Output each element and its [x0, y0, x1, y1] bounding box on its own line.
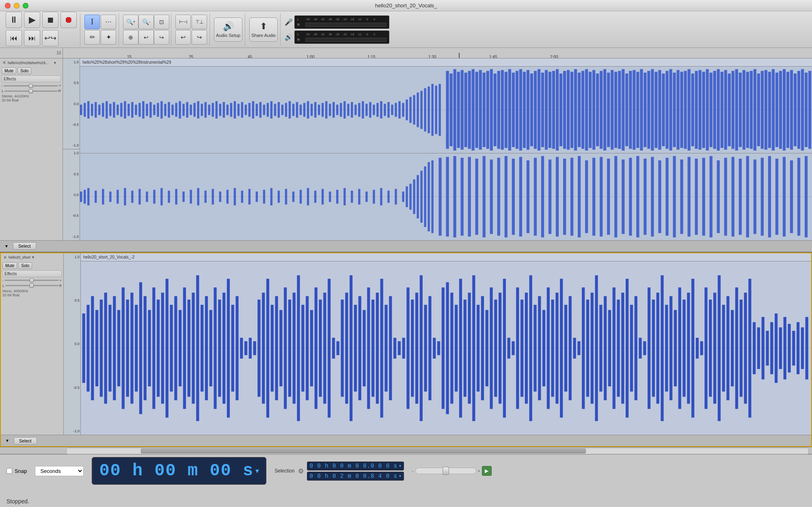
track2-close-btn[interactable]: ✕	[2, 255, 8, 260]
svg-rect-49	[160, 101, 162, 119]
selection-gear-icon[interactable]: ⚙	[298, 467, 304, 475]
svg-rect-387	[310, 310, 313, 386]
status-row-controls: Snap Seconds hh:mm:ss Samples Beats 00 h…	[6, 457, 806, 485]
svg-rect-37	[117, 105, 119, 115]
svg-rect-111	[387, 102, 389, 117]
svg-rect-62	[208, 105, 210, 115]
svg-rect-485	[740, 300, 743, 397]
play-button[interactable]: ▶	[24, 12, 40, 28]
svg-rect-422	[464, 300, 466, 397]
multi-tool[interactable]: ✦	[101, 30, 116, 45]
track1-pan-slider[interactable]	[4, 91, 57, 92]
trim-audio-button[interactable]: ⊢⊣	[175, 15, 191, 29]
timeline-ruler[interactable]: 10 15 25 45 1:00 1:15 1:30 1:45 2:00	[0, 48, 812, 58]
time-display-arrow[interactable]: ▾	[255, 466, 259, 475]
svg-rect-61	[205, 102, 207, 117]
track2-channel[interactable]	[81, 261, 811, 435]
track2-collapse-btn[interactable]: ▼	[4, 438, 11, 444]
maximize-button[interactable]	[23, 3, 28, 9]
sel-end-row[interactable]: 0 0 h 0 2 m 0 0.8 4 0 s ▾	[307, 472, 404, 481]
rewind-button[interactable]: ⏮	[6, 30, 22, 46]
svg-rect-409	[406, 287, 409, 409]
zoom-in-button[interactable]: 🔍+	[123, 15, 138, 29]
track2-pan-slider[interactable]	[5, 285, 58, 286]
track2-name: hello20_short	[9, 255, 30, 259]
svg-rect-207	[743, 70, 745, 150]
track2-waveform-area[interactable]: 1.0 0.5 0.0 -0.5 -1.0 hello20_short_20_V…	[64, 253, 811, 435]
track2-select-button[interactable]: Select	[14, 437, 37, 444]
zoom-sel-button[interactable]: ⊕	[123, 30, 138, 45]
track1-close-btn[interactable]: ✕	[2, 60, 7, 65]
svg-rect-307	[622, 160, 624, 234]
svg-rect-63	[212, 103, 214, 117]
pause-button[interactable]: ⏸	[6, 12, 22, 28]
svg-rect-128	[454, 69, 456, 150]
play-rate-play-btn[interactable]: ▶	[482, 466, 492, 476]
svg-rect-461	[635, 296, 637, 400]
select-tool[interactable]: I	[84, 15, 100, 29]
svg-rect-271	[387, 191, 389, 203]
zoom-out-button[interactable]: 🔍-	[138, 15, 154, 29]
track2-gain-slider[interactable]	[4, 280, 59, 281]
redo-zoom-button[interactable]: ↪	[154, 30, 169, 45]
svg-rect-166	[592, 70, 595, 150]
svg-rect-139	[494, 73, 497, 146]
track1-channel2[interactable]	[80, 153, 812, 240]
svg-rect-80	[274, 104, 276, 116]
track2-mute-button[interactable]: Mute	[2, 262, 17, 269]
undo-zoom-button[interactable]: ↩	[138, 30, 154, 45]
track1-dropdown[interactable]: ▼	[53, 61, 57, 65]
track1-solo-button[interactable]: Solo	[17, 67, 31, 74]
envelope-tool[interactable]: ⋯	[101, 15, 116, 29]
redo-button[interactable]: ↪	[192, 30, 207, 45]
svg-rect-404	[384, 304, 387, 391]
audio-setup-button[interactable]: 🔊 Audio Setup	[214, 17, 242, 42]
forward-button[interactable]: ⏭	[24, 30, 40, 46]
svg-rect-338	[95, 310, 98, 386]
track1-waveform-title: hello%20%28short%29%20%28Instrumental%29	[80, 58, 812, 67]
track1-collapse-btn[interactable]: ▼	[3, 243, 10, 249]
loop-button[interactable]: ↩↪	[42, 30, 58, 46]
sel-start-row[interactable]: 0 0 h 0 0 m 0 0.0 0 0 s ▾	[307, 462, 404, 470]
track1-effects[interactable]: Effects	[2, 76, 61, 82]
track1-gain-slider[interactable]	[4, 85, 58, 86]
svg-rect-286	[468, 157, 471, 237]
track2-solo-button[interactable]: Solo	[18, 262, 32, 269]
snap-checkbox[interactable]	[6, 468, 12, 474]
svg-rect-251	[241, 191, 243, 203]
horizontal-scrollbar[interactable]	[0, 447, 812, 454]
sel-end-arrow[interactable]: ▾	[399, 474, 401, 478]
time-format-dropdown[interactable]: Seconds hh:mm:ss Samples Beats	[35, 466, 84, 476]
fit-v-button[interactable]: ⊡	[154, 15, 169, 29]
svg-rect-395	[345, 292, 348, 403]
play-rate-slider[interactable]	[415, 468, 476, 474]
track1-mute-button[interactable]: Mute	[2, 67, 16, 74]
svg-rect-450	[586, 300, 589, 397]
track2-dropdown[interactable]: ▼	[31, 255, 35, 259]
share-audio-button[interactable]: ⬆ Share Audio	[249, 17, 278, 42]
track1-info: Stereo, 44100Hz 32-bit float	[2, 94, 61, 102]
svg-rect-459	[626, 278, 628, 417]
track1-select-button[interactable]: Select	[13, 242, 36, 250]
draw-tool[interactable]: ✏	[84, 30, 100, 45]
svg-rect-212	[761, 71, 764, 149]
svg-rect-93	[322, 103, 324, 117]
minimize-button[interactable]	[14, 3, 19, 9]
record-button[interactable]: ⏺	[60, 12, 77, 28]
undo-button[interactable]: ↩	[175, 30, 191, 45]
track1-pan-row: L R	[2, 89, 61, 93]
svg-rect-239	[153, 190, 155, 204]
silence-button[interactable]: ⊤⊥	[192, 15, 207, 29]
time-display[interactable]: 00 h 00 m 00 s ▾	[92, 457, 266, 485]
close-button[interactable]	[5, 3, 11, 9]
svg-rect-249	[227, 190, 229, 204]
stop-button[interactable]: ⏹	[42, 12, 58, 28]
svg-rect-288	[483, 156, 486, 237]
track1-waveform-area[interactable]: 1.0 0.5 0.0 -0.5 -1.0 1.0 0.5 0.0 -0.5 -…	[63, 58, 812, 240]
selection-area: Selection ⚙ 0 0 h 0 0 m 0 0.0 0 0 s ▾ 0 …	[274, 462, 404, 481]
track2-effects[interactable]: Effects	[2, 270, 62, 277]
svg-rect-281	[431, 160, 433, 233]
svg-rect-308	[629, 158, 632, 236]
sel-start-arrow[interactable]: ▾	[399, 464, 401, 468]
track1-channel1[interactable]	[80, 67, 812, 153]
